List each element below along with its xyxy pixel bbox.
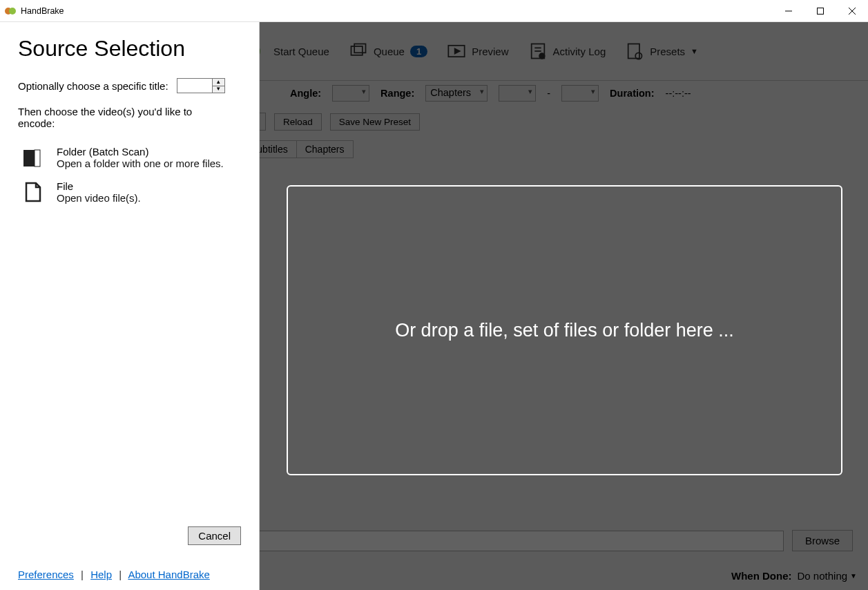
svg-marker-11: [455, 49, 460, 54]
specific-title-input[interactable]: [177, 79, 212, 93]
app-icon: [4, 5, 17, 17]
open-folder-item[interactable]: Folder (Batch Scan) Open a folder with o…: [18, 140, 241, 175]
preview-button[interactable]: Preview: [440, 39, 515, 64]
file-icon: [21, 180, 44, 204]
start-queue-button[interactable]: Start Queue: [267, 43, 336, 60]
svg-rect-9: [354, 44, 365, 53]
chevron-down-icon: ▼: [691, 47, 698, 55]
spinner-down-icon[interactable]: ▼: [213, 86, 224, 93]
preview-label: Preview: [472, 46, 508, 57]
activity-log-button[interactable]: Activity Log: [521, 39, 613, 64]
browse-button[interactable]: Browse: [792, 530, 853, 551]
presets-button[interactable]: Presets ▼: [618, 39, 705, 64]
range-start-select[interactable]: [499, 85, 536, 102]
reload-preset-button[interactable]: Reload: [274, 113, 322, 131]
open-file-title: File: [57, 180, 141, 192]
window-close-button[interactable]: [836, 0, 868, 22]
when-done-select[interactable]: Do nothing ▼: [798, 570, 857, 582]
window-maximize-button[interactable]: [804, 0, 836, 22]
svg-rect-16: [628, 44, 639, 59]
panel-hint: Then choose the video(s) you'd like to e…: [18, 106, 225, 129]
queue-icon: [349, 41, 368, 61]
about-link[interactable]: About HandBrake: [128, 569, 209, 580]
open-folder-desc: Open a folder with one or more files.: [57, 158, 224, 169]
source-selection-panel: Source Selection Optionally choose a spe…: [0, 22, 260, 590]
range-end-select[interactable]: [561, 85, 599, 102]
open-folder-title: Folder (Batch Scan): [57, 146, 224, 158]
chevron-down-icon: ▼: [850, 572, 857, 580]
svg-rect-3: [818, 8, 824, 14]
presets-icon: [625, 41, 644, 61]
panel-heading: Source Selection: [18, 36, 241, 61]
queue-label: Queue: [374, 46, 405, 57]
preview-icon: [447, 41, 466, 61]
svg-rect-8: [351, 46, 362, 55]
save-new-preset-button[interactable]: Save New Preset: [330, 113, 420, 131]
angle-label: Angle:: [290, 88, 321, 99]
specific-title-spinner[interactable]: ▲ ▼: [177, 78, 225, 93]
duration-label: Duration:: [610, 88, 654, 99]
when-done-label: When Done:: [731, 570, 792, 582]
svg-point-1: [9, 8, 16, 15]
app-title: HandBrake: [21, 6, 64, 16]
activity-log-label: Activity Log: [553, 46, 606, 57]
save-as-path-input[interactable]: [249, 531, 784, 551]
range-label: Range:: [380, 88, 414, 99]
when-done-row: When Done: Do nothing ▼: [731, 570, 857, 582]
preferences-link[interactable]: Preferences: [18, 569, 74, 580]
queue-button[interactable]: Queue 1: [342, 39, 434, 64]
range-type-select[interactable]: Chapters: [425, 85, 488, 102]
tab-chapters[interactable]: Chapters: [296, 140, 354, 158]
presets-label: Presets: [650, 46, 685, 57]
range-separator: -: [547, 88, 550, 99]
when-done-value: Do nothing: [798, 570, 848, 582]
svg-point-15: [539, 53, 545, 59]
svg-rect-19: [35, 150, 40, 166]
folder-icon: [21, 146, 44, 169]
help-link[interactable]: Help: [90, 569, 112, 580]
footer-links: Preferences | Help | About HandBrake: [18, 545, 241, 580]
queue-count-badge: 1: [410, 46, 427, 57]
open-file-item[interactable]: File Open video file(s).: [18, 175, 241, 209]
duration-value: --:--:--: [666, 88, 691, 99]
start-queue-label: Start Queue: [273, 46, 329, 57]
specific-title-label: Optionally choose a specific title:: [18, 80, 168, 92]
angle-select[interactable]: [332, 85, 369, 102]
spinner-up-icon[interactable]: ▲: [213, 79, 224, 86]
titlebar: HandBrake: [0, 0, 868, 22]
activity-log-icon: [528, 41, 548, 61]
window-minimize-button[interactable]: [773, 0, 804, 22]
open-file-desc: Open video file(s).: [57, 192, 141, 204]
cancel-button[interactable]: Cancel: [188, 526, 241, 545]
